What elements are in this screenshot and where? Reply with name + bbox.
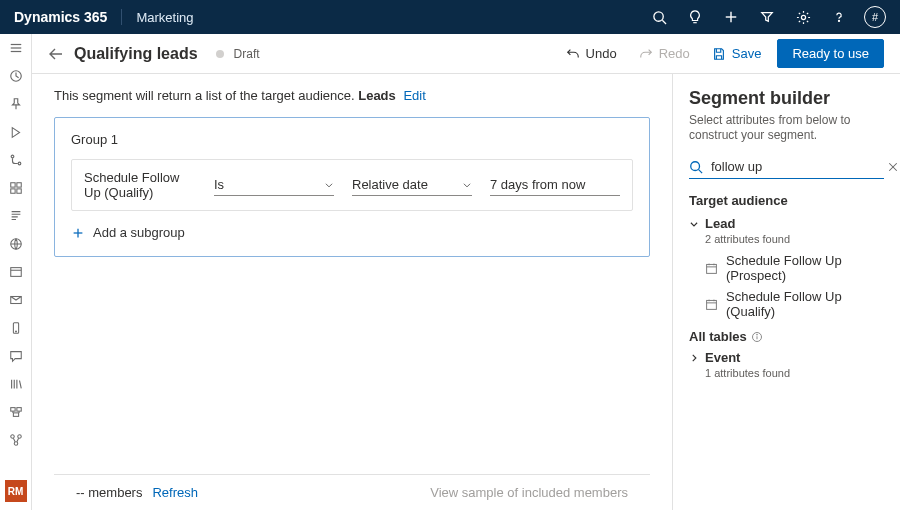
ready-to-use-button[interactable]: Ready to use xyxy=(777,39,884,68)
all-tables-heading: All tables xyxy=(689,329,884,344)
attribute-item[interactable]: Schedule Follow Up (Qualify) xyxy=(705,289,884,319)
chat-icon[interactable] xyxy=(8,348,24,364)
attribute-name[interactable]: Schedule Follow Up (Qualify) xyxy=(84,170,196,200)
attribute-item[interactable]: Schedule Follow Up (Prospect) xyxy=(705,253,884,283)
undo-button[interactable]: Undo xyxy=(560,42,623,65)
operator-value: Is xyxy=(214,177,224,192)
svg-rect-16 xyxy=(16,189,20,193)
filter-icon[interactable] xyxy=(756,6,778,28)
globe-icon[interactable] xyxy=(8,236,24,252)
search-input[interactable] xyxy=(709,158,881,175)
tree-lead-count: 2 attributes found xyxy=(705,233,884,245)
tree-event-label: Event xyxy=(705,350,740,365)
flow-icon[interactable] xyxy=(8,432,24,448)
journey-icon[interactable] xyxy=(8,152,24,168)
svg-point-5 xyxy=(801,15,805,19)
condition-row: Schedule Follow Up (Qualify) Is Relative… xyxy=(71,159,633,211)
sms-icon[interactable] xyxy=(8,320,24,336)
window-icon[interactable] xyxy=(8,264,24,280)
svg-rect-27 xyxy=(10,408,14,412)
svg-rect-29 xyxy=(13,413,18,417)
svg-point-12 xyxy=(18,162,21,165)
redo-button[interactable]: Redo xyxy=(633,42,696,65)
segment-builder-panel: Segment builder Select attributes from b… xyxy=(672,74,900,510)
svg-rect-15 xyxy=(10,189,14,193)
chevron-down-icon xyxy=(462,180,472,190)
form-icon[interactable] xyxy=(8,208,24,224)
brand: Dynamics 365 xyxy=(14,9,107,25)
gear-icon[interactable] xyxy=(792,6,814,28)
library-icon[interactable] xyxy=(8,376,24,392)
module-name[interactable]: Marketing xyxy=(136,10,193,25)
info-icon[interactable] xyxy=(751,331,763,343)
audience-name: Leads xyxy=(358,88,396,103)
svg-rect-13 xyxy=(10,183,14,187)
lightbulb-icon[interactable] xyxy=(684,6,706,28)
search-icon xyxy=(689,160,703,174)
svg-point-11 xyxy=(11,155,14,158)
mode-value: Relative date xyxy=(352,177,428,192)
svg-point-6 xyxy=(838,20,839,21)
pin-icon[interactable] xyxy=(8,96,24,112)
members-count: -- members xyxy=(76,485,142,500)
data-icon[interactable] xyxy=(8,404,24,420)
mail-icon[interactable] xyxy=(8,292,24,308)
add-icon[interactable] xyxy=(720,6,742,28)
svg-point-31 xyxy=(17,435,21,439)
add-subgroup-button[interactable]: Add a subgroup xyxy=(71,225,633,240)
menu-icon[interactable] xyxy=(8,40,24,56)
mode-select[interactable]: Relative date xyxy=(352,174,472,196)
recent-icon[interactable] xyxy=(8,68,24,84)
save-button[interactable]: Save xyxy=(706,42,768,65)
back-button[interactable] xyxy=(48,46,64,62)
target-audience-heading: Target audience xyxy=(689,193,884,208)
status-dot xyxy=(216,50,224,58)
page-header: Qualifying leads Draft Undo Redo Save Re… xyxy=(32,34,900,74)
user-avatar[interactable]: # xyxy=(864,6,886,28)
svg-line-1 xyxy=(662,20,666,24)
topbar-divider xyxy=(121,9,122,25)
search-icon[interactable] xyxy=(648,6,670,28)
plus-icon xyxy=(71,226,85,240)
nav-rail: RM xyxy=(0,34,32,510)
panel-hint: Select attributes from below to construc… xyxy=(689,113,884,143)
page-title: Qualifying leads xyxy=(74,45,198,63)
svg-rect-39 xyxy=(707,264,717,273)
user-chip[interactable]: RM xyxy=(5,480,27,502)
status-text: Draft xyxy=(234,47,260,61)
clear-search-icon[interactable] xyxy=(887,161,899,173)
attribute-search[interactable] xyxy=(689,155,884,179)
svg-rect-18 xyxy=(10,268,21,277)
view-sample-link[interactable]: View sample of included members xyxy=(430,485,628,500)
redo-label: Redo xyxy=(659,46,690,61)
global-topbar: Dynamics 365 Marketing # xyxy=(0,0,900,34)
value-input[interactable]: 7 days from now xyxy=(490,174,620,196)
segment-icon[interactable] xyxy=(8,180,24,196)
svg-point-35 xyxy=(691,161,700,170)
svg-point-49 xyxy=(756,334,757,335)
condition-group[interactable]: Group 1 Schedule Follow Up (Qualify) Is … xyxy=(54,117,650,257)
save-label: Save xyxy=(732,46,762,61)
undo-label: Undo xyxy=(586,46,617,61)
svg-point-30 xyxy=(10,435,14,439)
members-footer: -- members Refresh View sample of includ… xyxy=(54,474,650,510)
help-icon[interactable] xyxy=(828,6,850,28)
tree-event-count: 1 attributes found xyxy=(705,367,884,379)
tree-event[interactable]: Event xyxy=(689,350,884,365)
add-subgroup-label: Add a subgroup xyxy=(93,225,185,240)
calendar-icon xyxy=(705,298,718,311)
segment-description: This segment will return a list of the t… xyxy=(54,88,650,103)
svg-line-36 xyxy=(699,169,703,173)
chevron-right-icon xyxy=(689,353,699,363)
refresh-link[interactable]: Refresh xyxy=(152,485,198,500)
all-tables-label: All tables xyxy=(689,329,747,344)
edit-audience-link[interactable]: Edit xyxy=(403,88,425,103)
attribute-label: Schedule Follow Up (Qualify) xyxy=(726,289,884,319)
chevron-down-icon xyxy=(689,219,699,229)
main-canvas: This segment will return a list of the t… xyxy=(32,74,672,510)
description-text: This segment will return a list of the t… xyxy=(54,88,355,103)
panel-title: Segment builder xyxy=(689,88,884,109)
tree-lead[interactable]: Lead xyxy=(689,216,884,231)
operator-select[interactable]: Is xyxy=(214,174,334,196)
play-icon[interactable] xyxy=(8,124,24,140)
